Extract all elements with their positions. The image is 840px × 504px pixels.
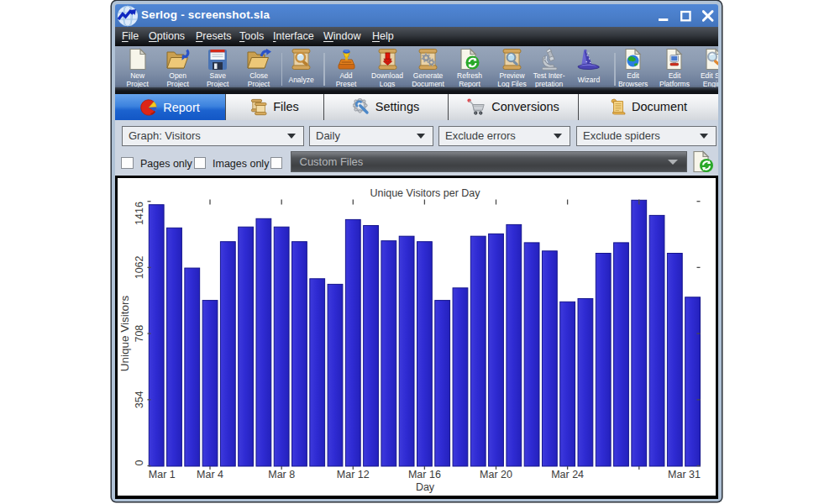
- svg-text:1062: 1062: [134, 255, 145, 279]
- svg-text:Mar 24: Mar 24: [551, 469, 584, 480]
- svg-text:0: 0: [134, 459, 145, 465]
- svg-text:354: 354: [134, 391, 145, 408]
- svg-text:Mar 20: Mar 20: [480, 469, 512, 480]
- svg-text:708: 708: [134, 325, 145, 343]
- svg-text:Mar 16: Mar 16: [408, 469, 441, 480]
- svg-text:Unique Visitors: Unique Visitors: [118, 295, 131, 371]
- svg-text:1416: 1416: [134, 202, 145, 225]
- svg-text:Mar 31: Mar 31: [668, 469, 701, 480]
- svg-text:Unique Visitors per Day: Unique Visitors per Day: [370, 187, 480, 199]
- svg-text:Mar 8: Mar 8: [268, 469, 295, 480]
- svg-text:Mar 12: Mar 12: [337, 469, 370, 480]
- svg-text:Day: Day: [416, 481, 435, 493]
- svg-text:Mar 4: Mar 4: [197, 469, 223, 480]
- svg-text:Mar 1: Mar 1: [149, 469, 176, 480]
